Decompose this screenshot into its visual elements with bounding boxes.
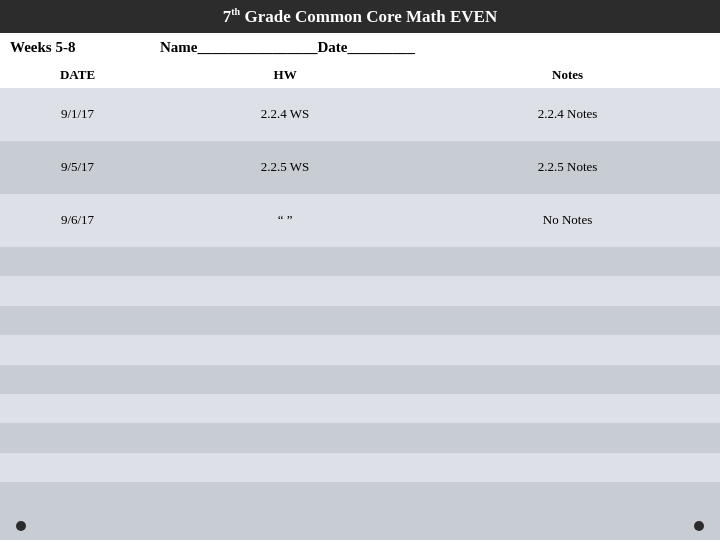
table-row	[0, 247, 720, 276]
table-row	[0, 365, 720, 394]
cell-date: 9/1/17	[0, 88, 155, 141]
weeks-label: Weeks 5-8	[10, 39, 160, 56]
cell-date: 9/6/17	[0, 194, 155, 247]
cell-notes	[415, 453, 720, 482]
cell-hw	[155, 247, 415, 276]
cell-hw: 2.2.5 WS	[155, 141, 415, 194]
table-row	[0, 335, 720, 364]
cell-date	[0, 306, 155, 335]
cell-hw	[155, 306, 415, 335]
cell-notes: 2.2.4 Notes	[415, 88, 720, 141]
cell-notes	[415, 365, 720, 394]
col-header-date: DATE	[0, 62, 155, 88]
cell-notes	[415, 482, 720, 512]
cell-notes: 2.2.5 Notes	[415, 141, 720, 194]
name-date-line: Name________________Date_________	[160, 39, 710, 56]
footer-dot-left	[16, 521, 26, 531]
table-row	[0, 482, 720, 512]
col-header-notes: Notes	[415, 62, 720, 88]
table-row	[0, 423, 720, 452]
cell-date	[0, 423, 155, 452]
cell-notes	[415, 276, 720, 305]
table-row: 9/1/172.2.4 WS2.2.4 Notes	[0, 88, 720, 141]
cell-notes	[415, 306, 720, 335]
cell-date	[0, 482, 155, 512]
table-row	[0, 306, 720, 335]
title-bar: 7th Grade Common Core Math EVEN	[0, 0, 720, 33]
cell-date	[0, 335, 155, 364]
cell-hw	[155, 482, 415, 512]
cell-hw	[155, 423, 415, 452]
footer-dot-right	[694, 521, 704, 531]
cell-date	[0, 453, 155, 482]
cell-notes	[415, 423, 720, 452]
table-row	[0, 453, 720, 482]
title-text: 7th Grade Common Core Math EVEN	[223, 7, 497, 26]
cell-date	[0, 365, 155, 394]
main-table: DATE HW Notes 9/1/172.2.4 WS2.2.4 Notes9…	[0, 62, 720, 512]
cell-notes: No Notes	[415, 194, 720, 247]
cell-date	[0, 247, 155, 276]
cell-hw: “ ”	[155, 194, 415, 247]
table-row	[0, 394, 720, 423]
footer	[0, 512, 720, 540]
cell-hw	[155, 394, 415, 423]
cell-hw	[155, 276, 415, 305]
table-row: 9/6/17“ ”No Notes	[0, 194, 720, 247]
table-row	[0, 276, 720, 305]
cell-hw	[155, 335, 415, 364]
col-header-hw: HW	[155, 62, 415, 88]
cell-notes	[415, 335, 720, 364]
cell-notes	[415, 394, 720, 423]
cell-date	[0, 276, 155, 305]
cell-hw: 2.2.4 WS	[155, 88, 415, 141]
table-header-row: DATE HW Notes	[0, 62, 720, 88]
cell-date: 9/5/17	[0, 141, 155, 194]
table-row: 9/5/172.2.5 WS2.2.5 Notes	[0, 141, 720, 194]
cell-notes	[415, 247, 720, 276]
page: 7th Grade Common Core Math EVEN Weeks 5-…	[0, 0, 720, 540]
name-row: Weeks 5-8 Name________________Date______…	[0, 33, 720, 62]
cell-hw	[155, 365, 415, 394]
cell-hw	[155, 453, 415, 482]
cell-date	[0, 394, 155, 423]
